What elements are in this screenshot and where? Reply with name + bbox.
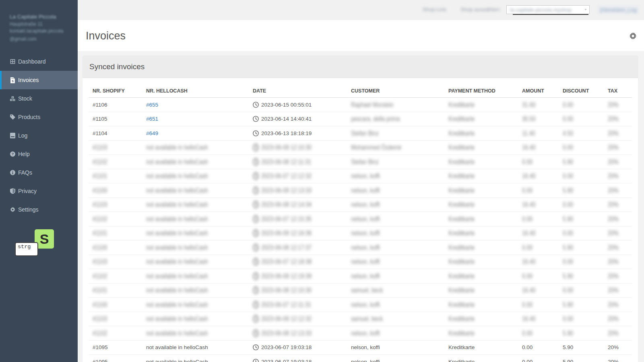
svg-text:?: ? — [12, 152, 14, 156]
